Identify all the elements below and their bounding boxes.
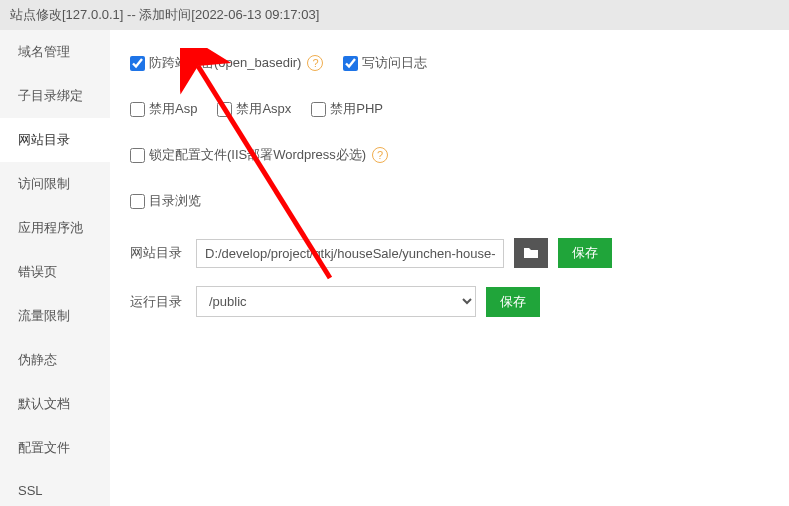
checkbox-write-log[interactable]: 写访问日志 <box>343 54 427 72</box>
sidebar: 域名管理 子目录绑定 网站目录 访问限制 应用程序池 错误页 流量限制 伪静态 … <box>0 30 110 506</box>
row-run-dir: 运行目录 /public 保存 <box>130 286 769 317</box>
checkbox-dir-browse-label: 目录浏览 <box>149 192 201 210</box>
run-dir-label: 运行目录 <box>130 293 186 311</box>
checkbox-disable-asp[interactable]: 禁用Asp <box>130 100 197 118</box>
site-dir-input[interactable] <box>196 239 504 268</box>
content-area: 防跨站攻击(open_basedir) ? 写访问日志 禁用Asp 禁用Aspx… <box>110 30 789 506</box>
checkbox-disable-php-input[interactable] <box>311 102 326 117</box>
sidebar-item-config-file[interactable]: 配置文件 <box>0 426 110 470</box>
run-dir-select[interactable]: /public <box>196 286 476 317</box>
browse-folder-button[interactable] <box>514 238 548 268</box>
checkbox-open-basedir-label: 防跨站攻击(open_basedir) <box>149 54 301 72</box>
main-container: 域名管理 子目录绑定 网站目录 访问限制 应用程序池 错误页 流量限制 伪静态 … <box>0 30 789 506</box>
checkbox-lock-config-label: 锁定配置文件(IIS部署Wordpress必选) <box>149 146 366 164</box>
help-icon[interactable]: ? <box>372 147 388 163</box>
sidebar-item-domain[interactable]: 域名管理 <box>0 30 110 74</box>
checkbox-disable-php[interactable]: 禁用PHP <box>311 100 383 118</box>
row-lock-config: 锁定配置文件(IIS部署Wordpress必选) ? <box>130 146 769 164</box>
row-dir-browse: 目录浏览 <box>130 192 769 210</box>
row-disable-options: 禁用Asp 禁用Aspx 禁用PHP <box>130 100 769 118</box>
sidebar-item-site-dir[interactable]: 网站目录 <box>0 118 110 162</box>
checkbox-lock-config[interactable]: 锁定配置文件(IIS部署Wordpress必选) ? <box>130 146 388 164</box>
checkbox-disable-php-label: 禁用PHP <box>330 100 383 118</box>
sidebar-item-error-page[interactable]: 错误页 <box>0 250 110 294</box>
checkbox-disable-aspx[interactable]: 禁用Aspx <box>217 100 291 118</box>
checkbox-disable-aspx-label: 禁用Aspx <box>236 100 291 118</box>
window-title: 站点修改[127.0.0.1] -- 添加时间[2022-06-13 09:17… <box>0 0 789 30</box>
sidebar-item-app-pool[interactable]: 应用程序池 <box>0 206 110 250</box>
checkbox-dir-browse-input[interactable] <box>130 194 145 209</box>
checkbox-write-log-input[interactable] <box>343 56 358 71</box>
checkbox-write-log-label: 写访问日志 <box>362 54 427 72</box>
sidebar-item-ssl[interactable]: SSL <box>0 470 110 506</box>
save-site-dir-button[interactable]: 保存 <box>558 238 612 268</box>
row-security-options: 防跨站攻击(open_basedir) ? 写访问日志 <box>130 54 769 72</box>
sidebar-item-traffic-limit[interactable]: 流量限制 <box>0 294 110 338</box>
checkbox-disable-asp-label: 禁用Asp <box>149 100 197 118</box>
sidebar-item-default-doc[interactable]: 默认文档 <box>0 382 110 426</box>
checkbox-disable-aspx-input[interactable] <box>217 102 232 117</box>
checkbox-disable-asp-input[interactable] <box>130 102 145 117</box>
help-icon[interactable]: ? <box>307 55 323 71</box>
checkbox-open-basedir[interactable]: 防跨站攻击(open_basedir) ? <box>130 54 323 72</box>
checkbox-open-basedir-input[interactable] <box>130 56 145 71</box>
sidebar-item-rewrite[interactable]: 伪静态 <box>0 338 110 382</box>
site-dir-label: 网站目录 <box>130 244 186 262</box>
save-run-dir-button[interactable]: 保存 <box>486 287 540 317</box>
sidebar-item-access-limit[interactable]: 访问限制 <box>0 162 110 206</box>
checkbox-lock-config-input[interactable] <box>130 148 145 163</box>
row-site-dir: 网站目录 保存 <box>130 238 769 268</box>
checkbox-dir-browse[interactable]: 目录浏览 <box>130 192 201 210</box>
folder-icon <box>523 246 539 260</box>
sidebar-item-subdir[interactable]: 子目录绑定 <box>0 74 110 118</box>
